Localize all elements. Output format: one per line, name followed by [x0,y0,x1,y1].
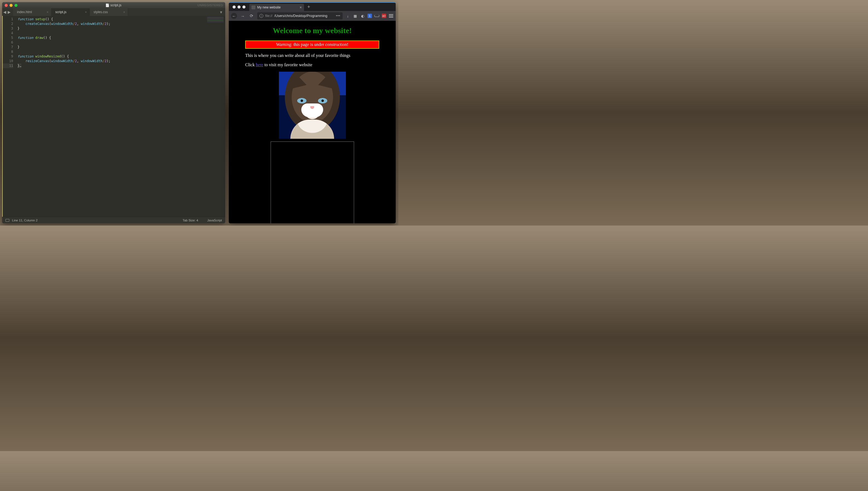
new-tab-icon[interactable]: + [307,4,310,10]
editor-tabbar: ◀ ▶ index.html×script.js×styles.css× ▾ [2,8,225,16]
nav-forward-icon[interactable]: ▶ [8,10,11,14]
browser-viewport[interactable]: Welcome to my website! Warning: this pag… [229,21,396,223]
back-button[interactable]: ← [231,13,237,19]
page-actions-icon[interactable]: ••• [336,14,340,18]
tab-close-icon[interactable]: × [123,10,125,14]
page-heading: Welcome to my website! [245,26,379,35]
warning-banner: Warning: this page is under construction… [245,40,379,49]
close-icon[interactable] [233,5,236,8]
line-gutter: 1234567891011 [2,16,16,217]
browser-tab[interactable]: My new website × [249,4,304,11]
tab-title: My new website [257,5,280,9]
cat-image [279,72,346,139]
tab-close-icon[interactable]: × [85,10,87,14]
tab-size[interactable]: Tab Size: 4 [182,219,198,222]
account-icon[interactable]: ◐ [360,13,365,18]
editor-title: script.js [110,3,121,7]
url-scheme: file:// [265,14,272,18]
minimap[interactable] [207,17,223,25]
file-icon [106,4,109,7]
editor-tab[interactable]: script.js× [52,8,90,16]
downloads-icon[interactable]: ↓ [345,13,350,18]
p5-canvas[interactable] [271,142,354,223]
reader-icon[interactable] [375,13,379,18]
link-paragraph: Click here to visit my favorite website [245,62,379,67]
editor-window: script.js UNREGISTERED ◀ ▶ index.html×sc… [2,2,225,223]
tab-label: script.js [55,10,66,14]
notification-badge[interactable]: 1 [367,14,372,18]
tab-overflow-icon[interactable]: ▾ [218,9,224,15]
adblock-icon[interactable]: uO [382,14,386,18]
intro-text: This is where you can write about all of… [245,53,379,58]
library-icon[interactable]: ▦ [353,13,358,18]
tab-close-icon[interactable]: × [300,5,302,9]
unregistered-label: UNREGISTERED [198,4,223,7]
tab-label: styles.css [94,10,108,14]
url-text: /Users/chris/Desktop/Programming [274,14,327,18]
code-area[interactable]: function setup() { createCanvas(windowWi… [16,16,225,217]
browser-toolbar: ← → ⟳ i file:///Users/chris/Desktop/Prog… [229,11,396,21]
tab-close-icon[interactable]: × [47,10,49,14]
panel-icon[interactable] [5,219,9,222]
browser-tabstrip: My new website × + [229,3,396,11]
editor-tab[interactable]: index.html× [13,8,52,16]
minimize-icon[interactable] [238,5,241,8]
reload-button[interactable]: ⟳ [248,13,255,19]
editor-tab[interactable]: styles.css× [90,8,128,16]
nav-back-icon[interactable]: ◀ [3,10,7,14]
maximize-icon[interactable] [14,4,18,7]
forward-button[interactable]: → [240,13,246,19]
favorite-link[interactable]: here [256,62,264,67]
minimize-icon[interactable] [9,4,12,7]
editor-statusbar: Line 11, Column 2 Tab Size: 4 JavaScript [2,217,225,223]
maximize-icon[interactable] [242,5,245,8]
editor-body[interactable]: 1234567891011 function setup() { createC… [2,16,225,217]
browser-window: My new website × + ← → ⟳ i file:///Users… [229,2,396,223]
webpage-content: Welcome to my website! Warning: this pag… [229,21,396,223]
menu-button[interactable] [389,13,393,18]
site-info-icon[interactable]: i [260,14,263,18]
language-mode[interactable]: JavaScript [207,219,222,222]
editor-titlebar[interactable]: script.js UNREGISTERED [2,2,225,8]
cursor-position[interactable]: Line 11, Column 2 [12,219,37,222]
url-bar[interactable]: i file:///Users/chris/Desktop/Programmin… [257,12,342,20]
close-icon[interactable] [5,4,8,7]
favicon-icon [251,5,255,9]
tab-label: index.html [17,10,32,14]
